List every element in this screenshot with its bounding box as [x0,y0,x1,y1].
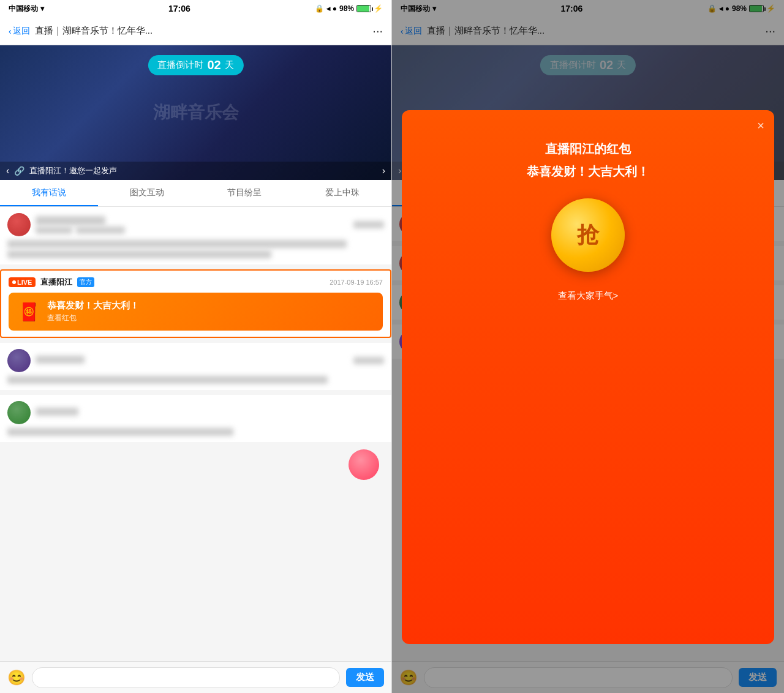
tab-talk[interactable]: 我有话说 [0,180,98,206]
lock-icon: 🔒 [315,4,324,13]
link-icon: 🔗 [14,166,24,176]
send-button-left[interactable]: 发送 [346,668,384,687]
user-1: ████████ ████ [36,216,105,225]
red-packet-card[interactable]: 🧧 恭喜发财！大吉大利！ 查看红包 [9,293,383,331]
back-label-left: 返回 [13,26,30,37]
red-packet-icon: 🧧 [18,302,40,322]
countdown-unit-left: 天 [225,59,234,71]
post-item-2 [0,343,391,390]
official-badge: 官方 [77,277,94,287]
rp-title: 恭喜发财！大吉大利！ [47,300,139,312]
live-label: LIVE [17,279,32,286]
right-phone: 中国移动 ▾ 17:06 🔒 ◂ ● 98% ⚡ ‹ 返回 直播｜湖畔音乐节！忆… [392,0,784,693]
avatar-2 [7,349,31,372]
video-prev-icon[interactable]: ‹ [6,165,9,176]
tabs-left: 我有话说 图文互动 节目纷呈 爱上中珠 [0,180,391,207]
overlay-title1: 直播阳江的红包 [545,141,631,157]
post-item-1: ████████ ████ [0,207,391,264]
featured-time: 2017-09-19 16:57 [330,279,383,286]
featured-post[interactable]: LIVE 直播阳江 官方 2017-09-19 16:57 🧧 恭喜发财！大吉大… [0,269,391,338]
rp-subtitle: 查看红包 [47,313,139,323]
location-icon: ◂ [326,4,330,13]
chevron-left-icon: ‹ [9,26,12,36]
tab-love[interactable]: 爱上中珠 [293,180,391,206]
carrier-left: 中国移动 [9,4,38,14]
red-packet-overlay[interactable]: × 直播阳江的红包 恭喜发财！大吉大利！ 抢 查看大家手气> [402,110,774,644]
content-area-left: ████████ ████ [0,207,391,693]
left-phone: 中国移动 ▾ 17:06 🔒 ◂ ● 98% ⚡ ‹ 返回 直播｜湖畔音乐节！忆… [0,0,392,693]
video-area-left: 湖畔音乐会 直播倒计时 02 天 2 1 : 4 5 : 3 1 ‹ 🔗 [0,45,391,180]
wifi-icon-left: ▾ [40,4,44,13]
overlay-coin[interactable]: 抢 [551,198,625,272]
live-badge: LIVE [9,277,36,287]
message-input-left[interactable] [32,667,340,688]
charging-icon: ⚡ [374,4,383,13]
avatar-3 [7,401,31,424]
tab-love-label: 爱上中珠 [325,187,360,198]
bottom-bar-left: 😊 发送 [0,661,391,693]
signal-icon: ● [333,4,337,13]
more-button-left[interactable]: ··· [372,24,383,38]
video-next-icon[interactable]: › [382,165,385,176]
nav-bar-left: ‹ 返回 直播｜湖畔音乐节！忆年华... ··· [0,17,391,45]
avatar-1 [7,213,31,236]
post-item-3 [0,395,391,442]
overlay-container: × 直播阳江的红包 恭喜发财！大吉大利！ 抢 查看大家手气> [392,0,784,693]
video-bottom-bar: ‹ 🔗 直播阳江！邀您一起发声 › [0,162,391,180]
status-right-left: 🔒 ◂ ● 98% ⚡ [315,4,383,13]
battery-pct-left: 98% [339,4,354,13]
overlay-coin-label: 抢 [577,220,599,250]
sticker-emoji [349,449,379,480]
video-bg-text: 湖畔音乐会 [153,101,239,124]
status-bar-left: 中国移动 ▾ 17:06 🔒 ◂ ● 98% ⚡ [0,0,391,17]
tab-program-label: 节目纷呈 [227,187,262,198]
status-left: 中国移动 ▾ [9,4,44,14]
back-button-left[interactable]: ‹ 返回 [9,26,30,37]
overlay-link[interactable]: 查看大家手气> [558,290,619,302]
time-left: 17:06 [168,4,190,13]
nav-title-left: 直播｜湖畔音乐节！忆年华... [30,25,373,37]
tab-graphic-label: 图文互动 [130,187,164,198]
countdown-value-left: 02 [207,58,221,72]
tab-graphic[interactable]: 图文互动 [98,180,196,206]
video-bottom-text: 直播阳江！邀您一起发声 [29,165,377,176]
featured-user: 直播阳江 [40,277,72,288]
countdown-label-left: 直播倒计时 [157,59,203,71]
overlay-title2: 恭喜发财！大吉大利！ [527,163,649,180]
close-button-overlay[interactable]: × [757,119,764,133]
countdown-badge-left: 直播倒计时 02 天 [148,55,243,75]
battery-left [356,5,371,12]
tab-talk-label: 我有话说 [32,187,66,198]
tab-program[interactable]: 节目纷呈 [196,180,294,206]
emoji-button-left[interactable]: 😊 [7,669,26,686]
